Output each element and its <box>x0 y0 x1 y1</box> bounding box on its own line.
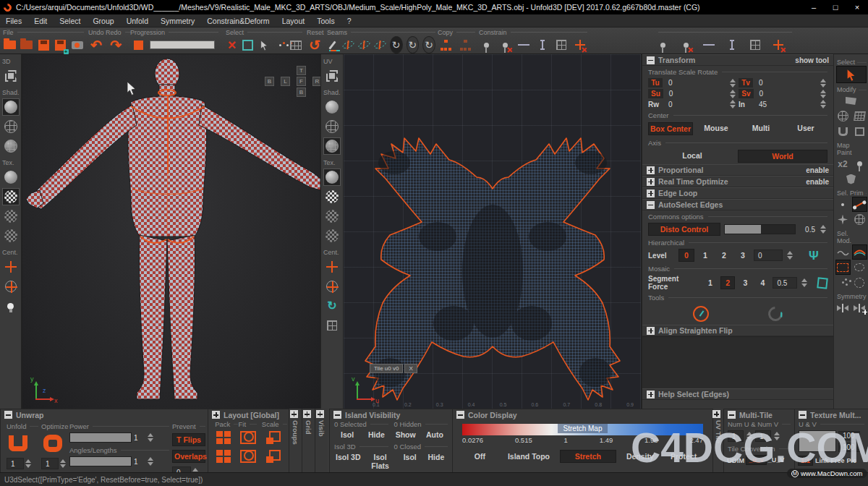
grid-select-button[interactable] <box>290 37 302 53</box>
unfold-button[interactable] <box>9 435 27 451</box>
layout-global-header[interactable]: Layout [Global] <box>208 409 289 420</box>
rotate-tool-icon[interactable] <box>765 304 786 324</box>
tu-spinner[interactable] <box>728 79 737 88</box>
seam-ring-button[interactable] <box>358 37 370 53</box>
select-path-button[interactable] <box>835 244 851 260</box>
optimize-spinner[interactable] <box>59 459 67 468</box>
shading-hybrid-button[interactable] <box>2 137 20 155</box>
center-multi-button[interactable]: Multi <box>739 122 783 135</box>
angles-value[interactable]: 1 <box>134 458 144 466</box>
menu-help[interactable]: ? <box>347 17 352 25</box>
close-button[interactable]: × <box>846 0 868 14</box>
grid-collapsed-tab[interactable]: Grid <box>302 409 315 472</box>
cut-seams-button[interactable]: ↻ <box>390 36 403 54</box>
uv-texture-map2-button[interactable] <box>323 227 341 244</box>
level-3-button[interactable]: 3 <box>735 250 751 261</box>
copy-borders-button[interactable] <box>457 37 473 53</box>
t-flips-button[interactable]: T Flips <box>172 433 205 446</box>
show-tool-link[interactable]: show tool <box>795 56 829 64</box>
power-spinner[interactable] <box>146 433 155 442</box>
box-tool-button[interactable] <box>852 124 867 139</box>
view-back-button[interactable]: B <box>265 77 274 86</box>
texture-none-button[interactable] <box>2 169 20 186</box>
frame-3d-button[interactable] <box>2 67 20 85</box>
texture-map1-button[interactable] <box>2 208 20 225</box>
uv-center-selection-button[interactable] <box>323 278 341 295</box>
realtime-optimize-enable[interactable]: enable <box>806 178 829 186</box>
proportional-enable[interactable]: enable <box>806 166 829 174</box>
axis-local-button[interactable]: Local <box>648 150 736 163</box>
sv-spinner[interactable] <box>819 90 827 98</box>
uv-center-pivot-button[interactable] <box>323 258 341 276</box>
groups-collapsed-tab[interactable]: Groups <box>289 409 302 472</box>
optimize-button[interactable] <box>43 435 62 452</box>
unfold-brush-tool-button[interactable] <box>835 124 851 139</box>
shading-solid-button[interactable] <box>2 98 20 116</box>
rw-spinner[interactable] <box>728 100 737 108</box>
hide-selected-button[interactable]: Hide <box>363 430 389 439</box>
view-bottom-button[interactable]: B <box>297 88 306 97</box>
help-select-section-header[interactable]: Help Select (Edges) <box>642 388 833 400</box>
menu-unfold[interactable]: Unfold <box>127 17 148 25</box>
island-visibility-header[interactable]: Island Visibility <box>330 409 452 420</box>
segment-spinner[interactable] <box>800 278 809 287</box>
su-spinner[interactable] <box>728 90 737 98</box>
pack-all-button[interactable] <box>216 431 231 444</box>
export-snapshot-button[interactable] <box>71 37 84 53</box>
tv-field[interactable]: 0 <box>754 79 817 87</box>
viewport-uv[interactable]: Tile u0 v0 X v u 0.10.20.3 0.40.50.6 0.7… <box>344 54 642 409</box>
fit-all-button[interactable] <box>240 431 256 444</box>
menu-constrain-deform[interactable]: Constrain&Deform <box>207 17 269 25</box>
shading-wireframe-button[interactable] <box>2 118 20 135</box>
redo-button[interactable]: ↷ <box>108 37 124 53</box>
center-selection-button[interactable] <box>2 278 20 295</box>
mosaic-frame-icon[interactable] <box>817 277 828 289</box>
frame-uv-button[interactable] <box>323 67 341 85</box>
uv-texture-checker-button[interactable] <box>323 188 341 205</box>
select-vertex-button[interactable] <box>835 197 851 212</box>
uv-texture-map1-button[interactable] <box>323 208 341 225</box>
unpin-tool-icon[interactable] <box>678 37 694 53</box>
uv-shading-hybrid-button[interactable] <box>323 137 341 155</box>
in-spinner[interactable] <box>819 100 827 108</box>
tile-close-button[interactable]: X <box>404 364 417 373</box>
save-as-button[interactable]: + <box>54 37 67 53</box>
menu-symmetry[interactable]: Symmetry <box>161 17 195 25</box>
center-box-center-button[interactable]: Box Center <box>648 122 693 135</box>
angles-spinner[interactable] <box>146 457 155 466</box>
minimize-button[interactable]: – <box>803 0 825 14</box>
brush-select-button[interactable] <box>274 37 286 53</box>
cross-delete-icon[interactable] <box>770 37 786 53</box>
copy-edges-button[interactable] <box>438 37 454 53</box>
tu-field[interactable]: 0 <box>664 79 727 87</box>
unpin-button[interactable] <box>498 37 513 53</box>
level-1-button[interactable]: 1 <box>697 250 713 261</box>
level-0-button[interactable]: 0 <box>678 249 694 262</box>
mesh-grid-tool-button[interactable] <box>852 108 867 124</box>
window-constrain-icon[interactable] <box>747 37 763 53</box>
segment-2-button[interactable]: 2 <box>720 276 735 289</box>
unfold-spinner[interactable] <box>24 459 33 468</box>
uv-tile-tag[interactable]: Tile u0 v0 X <box>370 364 417 373</box>
stop-progression-button[interactable] <box>130 37 146 53</box>
seam-border-button[interactable] <box>374 37 386 53</box>
select-island-button[interactable] <box>852 212 867 227</box>
view-front-button[interactable]: F <box>297 77 306 86</box>
texture-header[interactable]: Texture Mult... <box>795 409 868 420</box>
select-rectangle-button[interactable] <box>835 260 851 275</box>
select-tool-button[interactable] <box>836 66 867 83</box>
hide-closed-button[interactable]: Hide <box>425 453 448 470</box>
import-file-button[interactable] <box>20 37 33 53</box>
width-constrain-icon[interactable] <box>701 37 717 53</box>
scale-pick-button[interactable] <box>266 450 281 463</box>
level-spinner[interactable] <box>786 251 794 260</box>
optimize-iterations-field[interactable]: 1 <box>41 458 59 469</box>
save-button[interactable] <box>37 37 50 53</box>
auto-hidden-button[interactable]: Auto <box>422 430 448 439</box>
color-mode-stretch-button[interactable]: Stretch <box>560 450 616 463</box>
disto-spinner[interactable] <box>819 225 827 234</box>
uv-texture-none-button[interactable] <box>323 169 341 186</box>
visib-collapsed-tab[interactable]: Visib <box>315 409 328 472</box>
uv-grid-toggle-button[interactable] <box>323 317 341 334</box>
open-file-button[interactable] <box>3 37 16 53</box>
